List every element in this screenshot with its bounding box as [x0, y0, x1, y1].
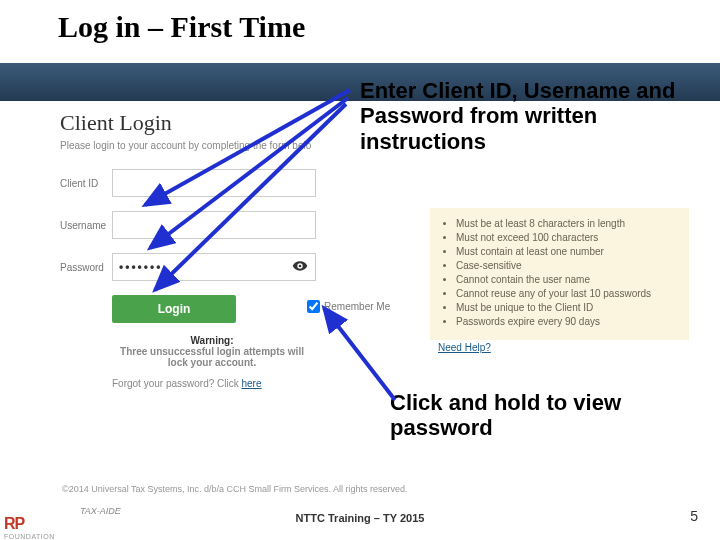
forgot-password: Forgot your password? Click here: [112, 378, 390, 389]
forgot-link[interactable]: here: [242, 378, 262, 389]
password-rule: Must be at least 8 characters in length: [456, 218, 677, 229]
need-help-link[interactable]: Need Help?: [438, 342, 491, 353]
password-rule: Case-sensitive: [456, 260, 677, 271]
footer-center: NTTC Training – TY 2015: [0, 512, 720, 524]
eye-icon[interactable]: [292, 258, 308, 274]
username-input[interactable]: [112, 211, 316, 239]
password-rule: Passwords expire every 90 days: [456, 316, 677, 327]
login-subtext: Please login to your account by completi…: [60, 140, 390, 151]
login-heading: Client Login: [60, 110, 390, 136]
password-rule: Must not exceed 100 characters: [456, 232, 677, 243]
remember-me[interactable]: Remember Me: [303, 297, 390, 316]
warning-title: Warning:: [112, 335, 312, 346]
password-rule: Must be unique to the Client ID: [456, 302, 677, 313]
password-rule: Cannot reuse any of your last 10 passwor…: [456, 288, 677, 299]
login-button[interactable]: Login: [112, 295, 236, 323]
password-rules-list: Must be at least 8 characters in lengthM…: [442, 218, 677, 327]
page-number: 5: [690, 508, 698, 524]
login-form: Client Login Please login to your accoun…: [60, 110, 390, 389]
callout-view-password: Click and hold to view password: [390, 390, 670, 441]
password-rule: Must contain at least one number: [456, 246, 677, 257]
callout-enter-credentials: Enter Client ID, Username and Password f…: [360, 78, 680, 154]
username-label: Username: [60, 220, 112, 231]
remember-label: Remember Me: [324, 301, 390, 312]
password-input[interactable]: [112, 253, 316, 281]
slide-title: Log in – First Time: [58, 10, 305, 44]
copyright-text: ©2014 Universal Tax Systems, Inc. d/b/a …: [62, 484, 408, 494]
clientid-label: Client ID: [60, 178, 112, 189]
remember-checkbox[interactable]: [307, 300, 320, 313]
footer: RP FOUNDATION TAX-AIDE NTTC Training – T…: [0, 498, 720, 540]
password-rule: Cannot contain the user name: [456, 274, 677, 285]
password-rules-box: Must be at least 8 characters in lengthM…: [430, 208, 689, 340]
clientid-input[interactable]: [112, 169, 316, 197]
warning-text: Three unsuccessful login attempts will l…: [112, 346, 312, 368]
password-label: Password: [60, 262, 112, 273]
